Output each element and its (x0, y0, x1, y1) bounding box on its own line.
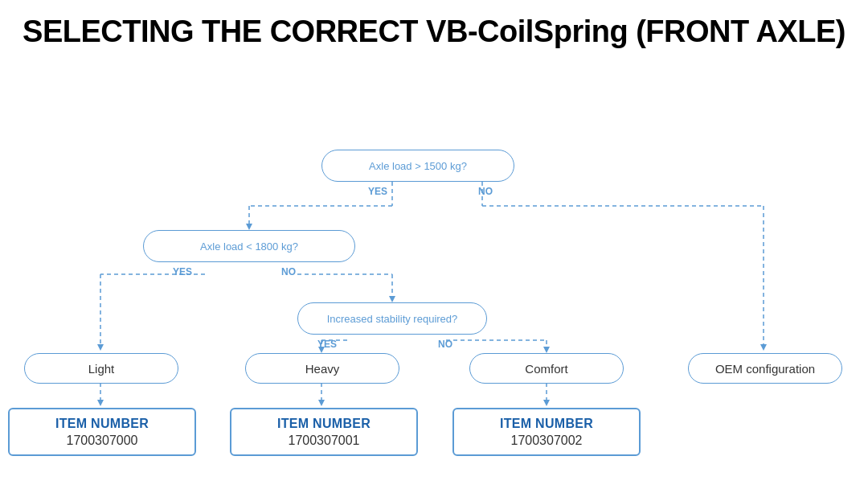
decision1-yes-label: YES (368, 186, 387, 197)
decision-stability: Increased stability required? (297, 302, 487, 335)
svg-marker-7 (760, 344, 767, 351)
decision3-yes-label: YES (317, 339, 337, 350)
svg-marker-23 (318, 400, 325, 406)
result-heavy: Heavy (245, 353, 399, 384)
item-box-0: ITEM NUMBER 1700307000 (8, 408, 196, 456)
decision3-no-label: NO (438, 339, 452, 350)
item-box-1: ITEM NUMBER 1700307001 (230, 408, 418, 456)
page-title: SELECTING THE CORRECT VB-CoilSpring (FRO… (0, 0, 868, 57)
result-light: Light (24, 353, 178, 384)
decision-axle-1800: Axle load < 1800 kg? (143, 230, 355, 262)
result-comfort: Comfort (469, 353, 624, 384)
item-box-2: ITEM NUMBER 1700307002 (452, 408, 641, 456)
svg-marker-25 (543, 400, 550, 406)
svg-marker-21 (97, 400, 104, 406)
decision2-yes-label: YES (173, 266, 192, 277)
svg-marker-13 (389, 296, 395, 302)
decision-axle-1500: Axle load > 1500 kg? (321, 150, 514, 182)
connector-lines (0, 57, 868, 451)
decision2-no-label: NO (281, 266, 296, 277)
svg-marker-10 (97, 344, 104, 351)
result-oem: OEM configuration (688, 353, 842, 384)
diagram: Axle load > 1500 kg? YES NO Axle load < … (0, 57, 868, 451)
svg-marker-3 (246, 224, 252, 230)
svg-marker-19 (543, 347, 550, 353)
decision1-no-label: NO (478, 186, 493, 197)
